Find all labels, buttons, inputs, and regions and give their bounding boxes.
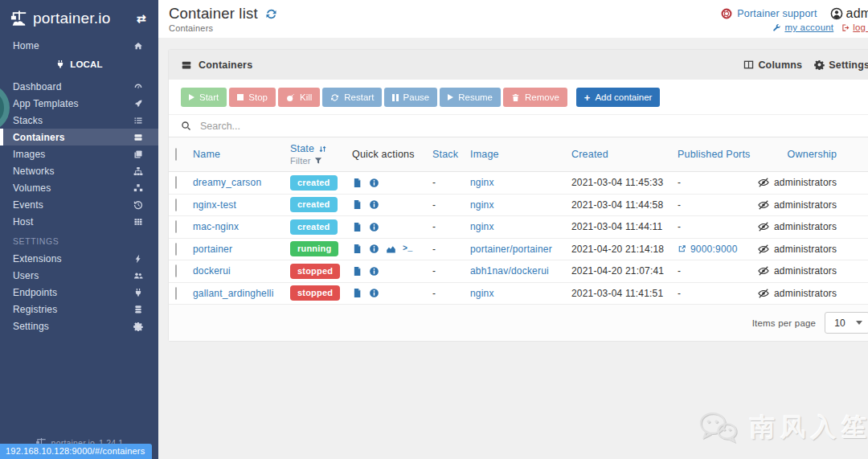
state-filter[interactable]: Filter: [290, 156, 352, 166]
stop-button[interactable]: Stop: [229, 88, 276, 107]
image-link[interactable]: nginx: [470, 199, 494, 211]
sidebar-item-extensions[interactable]: Extensions: [0, 250, 158, 267]
logs-icon[interactable]: [352, 266, 362, 277]
container-name-link[interactable]: portainer: [193, 244, 232, 255]
console-icon[interactable]: >_: [403, 244, 412, 253]
inspect-icon[interactable]: [369, 222, 379, 232]
image-link[interactable]: portainer/portainer: [470, 244, 552, 255]
ownership-value: administrators: [774, 199, 837, 211]
sitemap-icon: [133, 166, 143, 176]
sidebar-item-volumes[interactable]: Volumes: [0, 179, 158, 196]
ports-value: -: [678, 177, 758, 188]
play-icon: [189, 94, 194, 100]
refresh-icon[interactable]: [265, 8, 277, 20]
search-input[interactable]: [199, 120, 868, 133]
pause-button[interactable]: Pause: [384, 88, 437, 107]
row-checkbox[interactable]: [175, 199, 177, 211]
columns-button[interactable]: Columns: [743, 59, 802, 71]
restart-button[interactable]: Restart: [322, 88, 382, 107]
sort-icon: [318, 145, 327, 154]
sidebar: portainer.io ⇄ Home LOCAL Dashboard App …: [0, 0, 158, 459]
column-header-ownership[interactable]: Ownership: [758, 149, 868, 160]
page-title: Container list: [169, 5, 277, 23]
column-header-created[interactable]: Created: [571, 149, 678, 160]
my-account-link[interactable]: my account: [772, 23, 833, 32]
logs-icon[interactable]: [352, 288, 362, 298]
logs-icon[interactable]: [352, 178, 362, 188]
table-row: portainer running >_ - portainer/portain…: [169, 239, 868, 261]
portainer-logo-icon: [10, 10, 29, 27]
bomb-icon: [286, 93, 295, 102]
eye-slash-icon: [758, 288, 769, 299]
image-link[interactable]: nginx: [470, 221, 494, 232]
logs-icon[interactable]: [352, 244, 362, 254]
column-header-name[interactable]: Name: [193, 149, 290, 160]
inspect-icon[interactable]: [369, 244, 379, 254]
row-checkbox[interactable]: [175, 176, 177, 189]
row-checkbox[interactable]: [175, 220, 177, 233]
sidebar-item-host[interactable]: Host: [0, 213, 158, 230]
row-checkbox[interactable]: [175, 264, 177, 277]
search-icon: [181, 121, 191, 131]
inspect-icon[interactable]: [369, 199, 379, 210]
created-value: 2021-03-04 11:44:11: [571, 221, 678, 232]
container-name-link[interactable]: gallant_ardinghelli: [193, 288, 274, 299]
sidebar-item-endpoints[interactable]: Endpoints: [0, 284, 158, 301]
row-checkbox[interactable]: [175, 287, 177, 300]
funnel-icon: [314, 157, 322, 165]
column-header-stack[interactable]: Stack: [432, 149, 470, 160]
add-container-button[interactable]: + Add container: [576, 88, 661, 107]
logs-icon[interactable]: [352, 199, 362, 210]
items-per-page-label: Items per page: [752, 318, 817, 328]
eye-slash-icon: [758, 177, 769, 188]
sidebar-item-containers[interactable]: Containers: [0, 129, 158, 145]
inspect-icon[interactable]: [369, 288, 379, 298]
sidebar-item-registries[interactable]: Registries: [0, 301, 158, 318]
container-name-link[interactable]: dockerui: [193, 265, 231, 277]
inspect-icon[interactable]: [369, 266, 379, 277]
sidebar-item-events[interactable]: Events: [0, 196, 158, 213]
sidebar-item-settings[interactable]: Settings: [0, 318, 158, 334]
stats-icon[interactable]: [386, 244, 396, 254]
endpoint-selector[interactable]: LOCAL: [0, 55, 158, 73]
portainer-support-link[interactable]: Portainer support: [721, 8, 817, 19]
inspect-icon[interactable]: [369, 178, 379, 188]
sidebar-item-users[interactable]: Users: [0, 267, 158, 284]
sidebar-item-home[interactable]: Home: [0, 37, 158, 54]
log-out-link[interactable]: log out: [841, 23, 868, 32]
sidebar-item-dashboard[interactable]: Dashboard: [0, 78, 158, 95]
user-circle-icon: [830, 7, 843, 20]
container-name-link[interactable]: dreamy_carson: [193, 177, 261, 188]
stack-value: -: [432, 199, 470, 211]
container-name-link[interactable]: nginx-test: [193, 199, 236, 211]
sidebar-item-stacks[interactable]: Stacks: [0, 112, 158, 129]
logs-icon[interactable]: [352, 222, 362, 232]
container-name-link[interactable]: mac-nginx: [193, 221, 239, 232]
state-badge: stopped: [290, 285, 340, 301]
resume-button[interactable]: Resume: [440, 88, 501, 107]
table-settings-button[interactable]: Settings: [814, 59, 868, 71]
sidebar-toggle-icon[interactable]: ⇄: [137, 12, 146, 25]
published-port-link[interactable]: 9000:9000: [678, 244, 758, 255]
sidebar-item-app-templates[interactable]: App Templates: [0, 95, 158, 112]
state-badge: stopped: [290, 264, 340, 279]
image-link[interactable]: nginx: [470, 177, 494, 188]
column-header-ports[interactable]: Published Ports: [678, 149, 758, 160]
start-button[interactable]: Start: [181, 88, 227, 107]
remove-button[interactable]: Remove: [503, 88, 567, 107]
items-per-page-select[interactable]: 10: [825, 312, 868, 334]
ownership-value: administrators: [774, 288, 837, 299]
select-all-checkbox[interactable]: [175, 148, 177, 161]
wechat-icon: [698, 411, 739, 445]
image-link[interactable]: abh1nav/dockerui: [470, 265, 549, 277]
row-checkbox[interactable]: [175, 243, 177, 256]
bolt-icon: [133, 254, 143, 264]
kill-button[interactable]: Kill: [278, 88, 320, 107]
column-header-state[interactable]: State: [290, 143, 352, 154]
sidebar-item-images[interactable]: Images: [0, 145, 158, 162]
image-link[interactable]: nginx: [470, 288, 494, 299]
sidebar-item-networks[interactable]: Networks: [0, 162, 158, 179]
stack-value: -: [432, 244, 470, 255]
column-header-image[interactable]: Image: [470, 149, 571, 160]
plug-icon: [133, 288, 143, 297]
